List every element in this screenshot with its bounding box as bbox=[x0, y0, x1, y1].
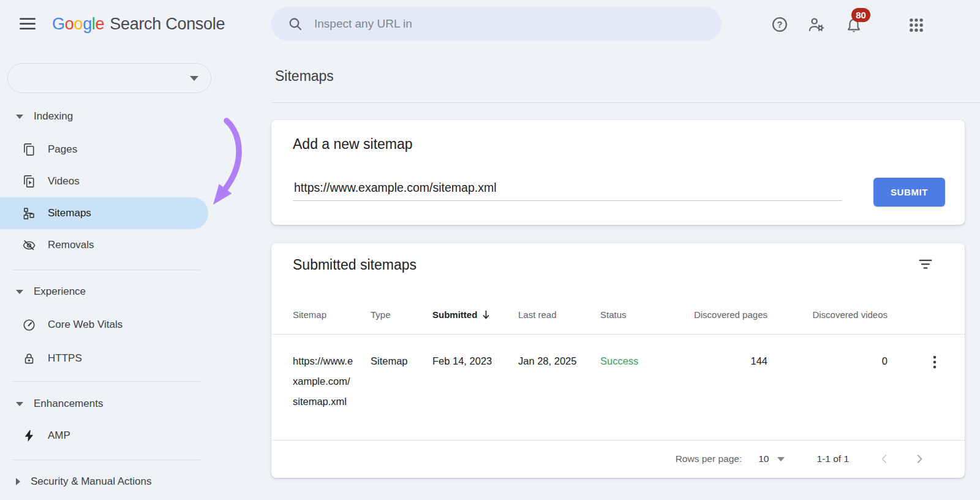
status-badge: Success bbox=[600, 351, 691, 371]
sitemaps-icon bbox=[22, 206, 36, 221]
submit-button[interactable]: SUBMIT bbox=[873, 178, 945, 206]
rows-per-page-label: Rows per page: bbox=[676, 453, 742, 464]
sidebar-item-removals[interactable]: Removals bbox=[0, 229, 257, 261]
help-icon: ? bbox=[771, 16, 788, 33]
url-inspection-searchbar[interactable] bbox=[271, 7, 722, 41]
title-divider bbox=[271, 102, 980, 103]
sidebar-item-core-web-vitals[interactable]: Core Web Vitals bbox=[0, 309, 257, 341]
sidebar-section-security-manual-actions[interactable]: Security & Manual Actions bbox=[0, 471, 257, 493]
column-header-type[interactable]: Type bbox=[371, 309, 432, 320]
add-sitemap-title: Add a new sitemap bbox=[293, 136, 413, 153]
notification-count-badge: 80 bbox=[851, 8, 870, 22]
pagination-range-label: 1-1 of 1 bbox=[816, 453, 849, 464]
submitted-sitemaps-card: Submitted sitemaps Sitemap Type Submitte… bbox=[271, 243, 965, 478]
sidebar-item-label: Pages bbox=[48, 143, 77, 156]
sidebar-section-experience[interactable]: Experience bbox=[0, 281, 257, 303]
row-menu-button[interactable] bbox=[929, 354, 940, 372]
sidebar-divider bbox=[12, 381, 200, 382]
filter-button[interactable] bbox=[917, 258, 934, 273]
column-header-label: Submitted bbox=[432, 309, 477, 320]
next-page-button[interactable] bbox=[911, 451, 927, 467]
section-label: Indexing bbox=[34, 110, 73, 123]
pages-icon bbox=[22, 143, 36, 157]
search-input[interactable] bbox=[314, 17, 682, 31]
sidebar-divider bbox=[12, 270, 200, 270]
section-label: Security & Manual Actions bbox=[31, 475, 151, 488]
section-collapse-icon bbox=[16, 402, 23, 406]
sidebar-item-pages[interactable]: Pages bbox=[0, 134, 257, 165]
app-name-text: Search Console bbox=[110, 15, 225, 33]
table-row[interactable]: https://www.example.com/sitemap.xml Site… bbox=[271, 334, 965, 412]
cell-discovered-pages: 144 bbox=[691, 351, 767, 371]
google-brand-text: Google bbox=[52, 15, 104, 33]
column-header-discovered-pages[interactable]: Discovered pages bbox=[691, 309, 767, 320]
removals-icon bbox=[22, 238, 36, 252]
column-header-submitted[interactable]: Submitted bbox=[432, 309, 518, 320]
notifications-area: 80 bbox=[842, 6, 872, 38]
user-settings-button[interactable] bbox=[807, 16, 826, 35]
svg-text:?: ? bbox=[777, 20, 783, 29]
cell-sitemap-url[interactable]: https://www.example.com/sitemap.xml bbox=[293, 351, 354, 412]
column-header-sitemap[interactable]: Sitemap bbox=[293, 309, 371, 320]
cell-type: Sitemap bbox=[371, 351, 432, 371]
section-collapse-icon bbox=[16, 115, 23, 119]
section-expand-icon bbox=[16, 478, 20, 485]
rows-per-page-value[interactable]: 10 bbox=[758, 453, 769, 464]
pagination-bar: Rows per page: 10 1-1 of 1 bbox=[271, 440, 965, 478]
user-settings-icon bbox=[807, 16, 826, 33]
cell-discovered-videos: 0 bbox=[767, 351, 888, 371]
cell-submitted: Feb 14, 2023 bbox=[432, 351, 518, 371]
chevron-down-icon bbox=[190, 76, 198, 81]
app-root: GoogleSearch Console ? bbox=[0, 0, 980, 500]
sidebar-item-videos[interactable]: Videos bbox=[0, 165, 257, 197]
submitted-sitemaps-title: Submitted sitemaps bbox=[293, 257, 417, 273]
core-web-vitals-icon bbox=[22, 318, 36, 332]
videos-icon bbox=[22, 175, 36, 189]
prev-page-button[interactable] bbox=[876, 451, 892, 467]
table-header-row: Sitemap Type Submitted Last read Status … bbox=[271, 302, 965, 327]
column-header-discovered-videos[interactable]: Discovered videos bbox=[767, 309, 888, 320]
search-icon bbox=[288, 17, 303, 31]
sidebar-item-https[interactable]: HTTPS bbox=[0, 343, 257, 374]
sidebar-item-label: Videos bbox=[48, 175, 80, 188]
add-sitemap-card: Add a new sitemap SUBMIT bbox=[271, 120, 965, 225]
sidebar-divider bbox=[12, 460, 200, 460]
filter-icon bbox=[919, 259, 932, 270]
apps-grid-icon bbox=[908, 17, 925, 34]
sidebar-item-amp[interactable]: AMP bbox=[0, 420, 257, 452]
chevron-right-icon bbox=[913, 452, 925, 466]
property-selector-dropdown[interactable] bbox=[7, 63, 211, 93]
sidebar-item-label: Removals bbox=[48, 239, 94, 251]
https-lock-icon bbox=[22, 352, 36, 366]
sort-desc-icon bbox=[481, 309, 491, 320]
section-label: Experience bbox=[34, 286, 86, 298]
sidebar-item-label: Sitemaps bbox=[48, 207, 91, 219]
section-label: Enhancements bbox=[34, 398, 103, 410]
cell-last-read: Jan 28, 2025 bbox=[518, 351, 600, 371]
apps-grid-button[interactable] bbox=[908, 17, 925, 36]
sidebar-section-enhancements[interactable]: Enhancements bbox=[0, 393, 257, 415]
hamburger-icon bbox=[20, 18, 36, 30]
page-title: Sitemaps bbox=[275, 68, 334, 85]
app-logo: GoogleSearch Console bbox=[52, 15, 225, 34]
amp-icon bbox=[22, 429, 36, 443]
column-header-last-read[interactable]: Last read bbox=[518, 309, 600, 320]
sidebar-section-indexing[interactable]: Indexing bbox=[0, 105, 257, 127]
sidebar-item-label: HTTPS bbox=[48, 352, 82, 365]
three-dots-icon bbox=[933, 355, 937, 369]
section-collapse-icon bbox=[16, 290, 23, 294]
column-header-status[interactable]: Status bbox=[600, 309, 691, 320]
sidebar-item-sitemaps[interactable]: Sitemaps bbox=[0, 197, 208, 229]
help-button[interactable]: ? bbox=[771, 16, 788, 35]
sidebar-item-label: AMP bbox=[48, 430, 70, 442]
sitemap-url-input[interactable] bbox=[293, 177, 842, 201]
sidebar-item-label: Core Web Vitals bbox=[48, 319, 123, 331]
chevron-left-icon bbox=[878, 452, 891, 466]
hamburger-menu-button[interactable] bbox=[19, 17, 36, 32]
rows-per-page-dropdown-icon[interactable] bbox=[777, 457, 785, 461]
